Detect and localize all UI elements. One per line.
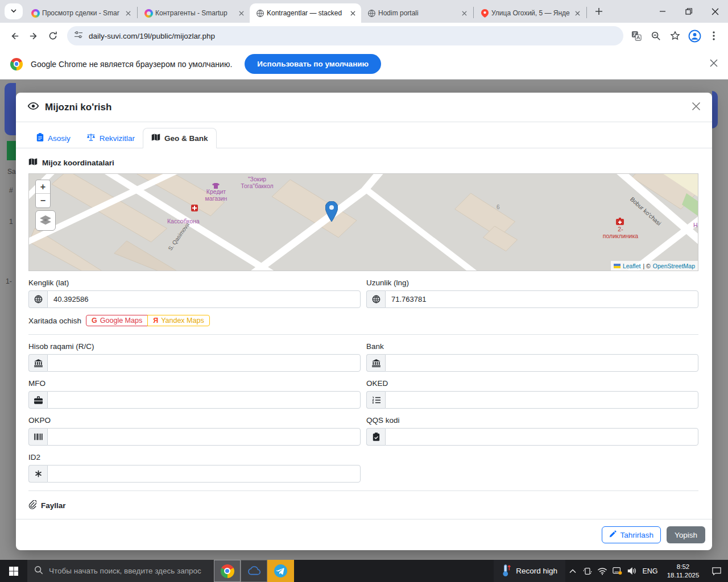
tray-rotation-lock-icon[interactable] [580,567,595,576]
browser-tab-1[interactable]: Просмотр сделки - Smar [25,3,136,23]
oked-input[interactable] [385,391,698,409]
tab-asosiy[interactable]: Asosiy [28,128,78,148]
modal-close-icon[interactable] [692,102,701,113]
minimize-button[interactable] [650,0,676,23]
background-page-text: Sa [7,168,16,176]
mfo-input[interactable] [47,391,361,409]
tab-close-icon[interactable] [460,9,469,18]
default-browser-infobar: Google Chrome не является браузером по у… [0,49,728,80]
forward-button[interactable] [24,26,43,45]
url-text[interactable]: daily-suvi.com/19l/public/mijozlar.php [89,32,215,40]
divider [28,490,698,491]
new-tab-button[interactable] [591,3,607,19]
taskbar-chrome-button[interactable] [214,560,241,582]
close-window-button[interactable] [702,0,728,23]
kenglik-lat-input[interactable] [47,290,361,308]
tab-search-button[interactable] [5,3,23,19]
attribution-separator: | © [643,263,650,269]
background-page-fragment [7,141,16,160]
profile-avatar[interactable] [685,26,704,45]
hisob-raqami-input[interactable] [47,354,361,372]
coordinates-section-title: Mijoz koordinatalari [28,157,698,168]
reload-button[interactable] [43,26,63,45]
bookmark-star-icon[interactable] [665,26,685,45]
taskbar-telegram-button[interactable] [267,560,294,582]
yandex-maps-button[interactable]: Я Yandex Maps [147,315,210,326]
yopish-button[interactable]: Yopish [667,526,705,543]
page-backdrop: Sa # 1 1- Mijozni ko'rish Asosiy Rekvizi… [0,80,728,560]
google-maps-button[interactable]: G Google Maps [86,315,148,326]
yandex-pin-favicon [480,9,489,18]
tab-separator [137,7,138,18]
leaflet-map[interactable]: + − "Зокир Тога"баккол [28,173,698,271]
use-default-button[interactable]: Использовать по умолчанию [245,54,381,74]
map-canvas[interactable] [29,174,698,271]
bank-icon [28,354,47,372]
browser-toolbar: daily-suvi.com/19l/public/mijozlar.php [0,23,728,49]
zoom-icon[interactable] [646,26,665,45]
field-id2: ID2 [28,446,361,483]
tab-close-icon[interactable] [348,9,358,18]
field-bank: Bank [366,335,698,372]
tab-close-icon[interactable] [573,9,582,18]
okpo-input[interactable] [47,428,361,446]
back-button[interactable] [5,26,24,45]
taskbar-cloud-button[interactable] [241,560,267,582]
site-settings-icon[interactable] [74,30,83,41]
tahrirlash-button[interactable]: Tahrirlash [602,526,661,543]
browser-tab-5[interactable]: Улица Огохий, 5 — Янде [474,3,586,23]
field-mfo: MFO [28,372,361,409]
background-page-fragment [5,83,16,135]
asterisk-icon [28,465,47,483]
shop-shirt-icon [212,181,220,191]
id2-input[interactable] [47,465,361,483]
zoom-out-button[interactable]: − [36,194,50,207]
language-indicator[interactable]: ENG [639,567,661,575]
tab-rekvizitlar[interactable]: Rekvizitlar [78,128,143,148]
field-label: Bank [366,342,698,351]
tab-close-icon[interactable] [123,9,133,18]
uzunlik-lng-input[interactable] [385,290,698,308]
field-kenglik: Kenglik (lat) [28,271,361,308]
browser-tab-3-active[interactable]: Kontragentlar — stacked [250,3,361,23]
tab-close-icon[interactable] [237,9,246,18]
globe-favicon [255,9,264,18]
taskbar-search[interactable] [27,560,214,582]
address-bar[interactable]: daily-suvi.com/19l/public/mijozlar.php [67,26,623,45]
bank-input[interactable] [385,354,698,372]
qqs-kodi-input[interactable] [385,428,698,446]
browser-tab-4[interactable]: Hodim portali [361,3,473,23]
infobar-close-icon[interactable] [710,59,718,69]
menu-dots-icon[interactable] [704,26,723,45]
map-layers-button[interactable] [35,210,56,231]
zoom-in-button[interactable]: + [36,180,50,194]
tray-volume-icon[interactable] [624,567,639,575]
action-center-icon[interactable] [705,567,728,576]
osm-link[interactable]: OpenStreetMap [653,263,695,269]
tab-label: Rekvizitlar [100,134,135,143]
restore-button[interactable] [676,0,702,23]
leaflet-link[interactable]: Leaflet [623,263,641,269]
taskbar: Record high ENG 8:52 18.11.2025 [0,560,728,582]
screen: Просмотр сделки - Smar Контрагенты - Sma… [0,0,728,582]
tab-title: Контрагенты - Smartup [155,9,234,17]
map-location-icon [28,157,38,168]
tab-geo-bank[interactable]: Geo & Bank [143,128,217,148]
field-label: MFO [28,379,361,388]
files-section-title: Fayllar [28,500,698,511]
chrome-logo-icon [10,58,23,70]
taskbar-clock[interactable]: 8:52 18.11.2025 [661,563,705,580]
tray-wifi-icon[interactable] [595,567,610,575]
system-tray: ENG 8:52 18.11.2025 [565,560,728,582]
map-marker-pin[interactable] [325,201,338,224]
translate-icon[interactable] [627,26,646,45]
tray-chevron-up-icon[interactable] [565,569,580,573]
taskbar-weather-widget[interactable]: Record high [494,560,565,582]
tray-update-badge-icon[interactable] [610,567,624,575]
background-page-fragment [712,91,718,128]
taskbar-search-input[interactable] [49,567,207,575]
start-button[interactable] [0,560,27,582]
browser-tab-2[interactable]: Контрагенты - Smartup [138,3,250,23]
field-label: Kenglik (lat) [28,278,361,287]
section-title-text: Mijoz koordinatalari [42,159,114,167]
